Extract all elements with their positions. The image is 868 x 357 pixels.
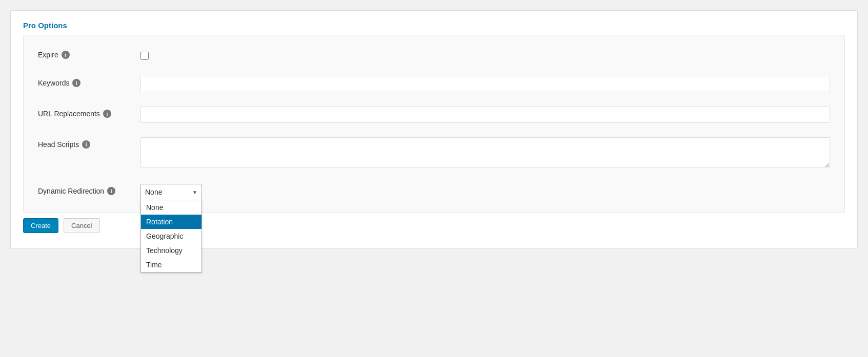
- expire-checkbox[interactable]: [140, 52, 149, 60]
- url-replacements-row: URL Replacements i: [38, 107, 830, 123]
- dynamic-redirection-control: None ▼ None Rotation Geographic Technolo…: [140, 184, 830, 200]
- expire-info-icon[interactable]: i: [62, 51, 70, 59]
- option-technology[interactable]: Technology: [141, 243, 201, 258]
- keywords-input[interactable]: [140, 76, 830, 92]
- expire-control: [140, 48, 830, 61]
- head-scripts-row: Head Scripts i: [38, 137, 830, 170]
- url-replacements-input[interactable]: [140, 107, 830, 123]
- keywords-control: [140, 76, 830, 92]
- option-rotation[interactable]: Rotation: [141, 215, 201, 229]
- keywords-info-icon[interactable]: i: [72, 79, 80, 87]
- page-wrapper: Pro Options Expire i Keywords i: [0, 0, 868, 357]
- url-replacements-label: URL Replacements i: [38, 107, 140, 118]
- keywords-row: Keywords i: [38, 76, 830, 92]
- option-none[interactable]: None: [141, 200, 201, 215]
- dynamic-redirection-info-icon[interactable]: i: [107, 187, 115, 195]
- dynamic-redirection-dropdown: None Rotation Geographic Technology Time: [140, 200, 202, 272]
- select-arrow-icon: ▼: [192, 190, 197, 195]
- url-replacements-control: [140, 107, 830, 123]
- expire-label: Expire i: [38, 48, 140, 59]
- main-card: Pro Options Expire i Keywords i: [10, 10, 858, 249]
- dynamic-redirection-row: Dynamic Redirection i None ▼ None Rotati…: [38, 184, 830, 200]
- head-scripts-textarea[interactable]: [140, 137, 830, 168]
- option-time[interactable]: Time: [141, 258, 201, 272]
- url-replacements-info-icon[interactable]: i: [103, 110, 111, 118]
- head-scripts-info-icon[interactable]: i: [82, 140, 90, 149]
- option-geographic[interactable]: Geographic: [141, 229, 201, 243]
- head-scripts-label: Head Scripts i: [38, 137, 140, 149]
- pro-options-link[interactable]: Pro Options: [23, 21, 67, 30]
- create-button[interactable]: Create: [23, 218, 58, 233]
- head-scripts-control: [140, 137, 830, 170]
- dynamic-redirection-select-wrapper: None ▼ None Rotation Geographic Technolo…: [140, 184, 202, 200]
- select-current-value: None: [145, 188, 162, 196]
- expire-row: Expire i: [38, 48, 830, 61]
- dynamic-redirection-select-btn[interactable]: None ▼: [140, 184, 202, 200]
- dynamic-redirection-label: Dynamic Redirection i: [38, 184, 140, 195]
- form-section: Expire i Keywords i UR: [23, 35, 845, 213]
- keywords-label: Keywords i: [38, 76, 140, 87]
- cancel-button[interactable]: Cancel: [64, 218, 99, 233]
